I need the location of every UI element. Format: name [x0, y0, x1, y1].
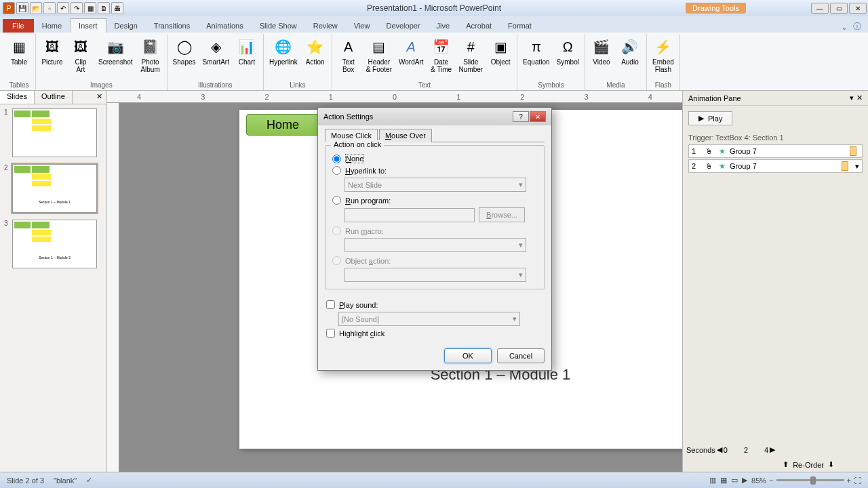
view-slideshow-icon[interactable]: ▶ — [742, 476, 747, 485]
number-icon: # — [460, 37, 481, 57]
outline-tab[interactable]: Outline — [35, 91, 73, 104]
table-button[interactable]: ▦Table — [7, 35, 31, 81]
minimize-button[interactable]: — — [811, 3, 829, 14]
action-settings-dialog: Action Settings ? ✕ Mouse Click Mouse Ov… — [317, 107, 552, 371]
wordart-button[interactable]: AWordArt — [397, 35, 425, 81]
cancel-button[interactable]: Cancel — [497, 348, 545, 363]
ok-button[interactable]: OK — [444, 348, 492, 363]
zoom-in-icon[interactable]: + — [847, 476, 851, 485]
redo-icon[interactable]: ↷ — [71, 2, 83, 14]
view-normal-icon[interactable]: ▥ — [709, 476, 716, 485]
dialog-close-button[interactable]: ✕ — [530, 111, 546, 122]
textbox-button[interactable]: AText Box — [336, 35, 361, 81]
slides-tab[interactable]: Slides — [0, 91, 35, 104]
zoom-slider[interactable] — [776, 479, 844, 481]
tab-transitions[interactable]: Transitions — [146, 19, 198, 33]
radio-runprogram[interactable] — [332, 196, 341, 205]
smartart-button[interactable]: ◈SmartArt — [201, 35, 231, 81]
play-button[interactable]: ▶ Play — [688, 111, 732, 125]
save-icon[interactable]: 💾 — [16, 2, 28, 14]
view-reading-icon[interactable]: ▭ — [731, 476, 738, 485]
print-icon[interactable]: 🖶 — [111, 2, 123, 14]
spellcheck-icon[interactable]: ✓ — [86, 476, 92, 485]
runprogram-input[interactable] — [344, 208, 475, 222]
reorder-down-icon[interactable]: ⬇ — [828, 460, 834, 469]
tab-animations[interactable]: Animations — [198, 19, 251, 33]
panel-close-icon[interactable]: ✕ — [92, 91, 106, 104]
object-button[interactable]: ▣Object — [488, 35, 513, 81]
animation-item-1[interactable]: 1 🖱 ★ Group 7 — [688, 144, 863, 158]
new-icon[interactable]: ▫ — [43, 2, 56, 14]
minimize-ribbon-icon[interactable]: ⌄ — [841, 22, 848, 32]
action-button[interactable]: ⭐Action — [303, 35, 328, 81]
help-icon[interactable]: ⓘ — [853, 21, 861, 33]
tab-design[interactable]: Design — [106, 19, 146, 33]
sound-select[interactable]: [No Sound] ▾ — [338, 312, 520, 326]
radio-none[interactable] — [332, 155, 341, 163]
maximize-button[interactable]: ▭ — [830, 3, 848, 14]
status-bar: Slide 2 of 3 "blank" ✓ ▥ ▦ ▭ ▶ 85% − + ⛶ — [0, 472, 868, 488]
qat-icon[interactable]: ▦ — [84, 2, 96, 14]
chart-button[interactable]: 📊Chart — [235, 35, 259, 81]
view-sorter-icon[interactable]: ▦ — [720, 476, 727, 485]
radio-hyperlink[interactable] — [332, 166, 341, 175]
symbol-button[interactable]: ΩSymbol — [555, 35, 580, 81]
video-button[interactable]: 🎬Video — [589, 35, 614, 81]
tab-review[interactable]: Review — [305, 19, 346, 33]
datetime-button[interactable]: 📅Date & Time — [429, 35, 454, 81]
checkbox-highlight[interactable] — [326, 329, 335, 338]
photoalbum-button[interactable]: 📓Photo Album — [138, 35, 163, 81]
slide-home-button[interactable]: Home — [246, 114, 319, 136]
arrow-right-icon[interactable]: ▶ — [770, 445, 775, 454]
embedflash-button[interactable]: ⚡Embed Flash — [651, 35, 675, 81]
close-button[interactable]: ✕ — [849, 3, 867, 14]
dialog-titlebar[interactable]: Action Settings ? ✕ — [318, 108, 551, 125]
header-footer-button[interactable]: ▤Header & Footer — [365, 35, 393, 81]
print-preview-icon[interactable]: 🗎 — [98, 2, 110, 14]
checkbox-playsound[interactable] — [326, 300, 335, 309]
pane-close-icon[interactable]: ✕ — [856, 94, 863, 102]
tab-view[interactable]: View — [346, 19, 378, 33]
reorder-up-icon[interactable]: ⬆ — [783, 460, 789, 469]
pane-dropdown-icon[interactable]: ▾ — [850, 94, 854, 102]
tab-slideshow[interactable]: Slide Show — [252, 19, 305, 33]
hyperlink-select[interactable]: Next Slide ▾ — [344, 178, 526, 192]
slidenumber-button[interactable]: #Slide Number — [458, 35, 485, 81]
animation-pane-header: Animation Pane ▾ ✕ — [683, 91, 868, 106]
shapes-button[interactable]: ◯Shapes — [172, 35, 197, 81]
tab-acrobat[interactable]: Acrobat — [458, 19, 500, 33]
file-tab[interactable]: File — [3, 19, 34, 33]
thumbnail-2[interactable]: 2 Section 1 – Module 1 — [4, 164, 102, 213]
dialog-help-button[interactable]: ? — [513, 111, 529, 122]
tab-jive[interactable]: Jive — [429, 19, 458, 33]
table-icon: ▦ — [9, 37, 29, 57]
zoom-out-icon[interactable]: − — [769, 476, 773, 485]
equation-button[interactable]: πEquation — [521, 35, 551, 81]
picture-button[interactable]: 🖼Picture — [40, 35, 64, 81]
audio-button[interactable]: 🔊Audio — [618, 35, 642, 81]
arrow-left-icon[interactable]: ◀ — [717, 445, 722, 454]
tab-insert[interactable]: Insert — [70, 18, 106, 33]
tab-format[interactable]: Format — [500, 19, 540, 33]
animation-item-2[interactable]: 2 🖱 ★ Group 7 ▾ — [688, 159, 863, 173]
item-number: 1 — [692, 147, 701, 155]
chevron-down-icon[interactable]: ▾ — [855, 162, 859, 171]
app-icon[interactable]: P — [3, 2, 15, 14]
tab-developer[interactable]: Developer — [378, 19, 428, 33]
tab-mouse-over[interactable]: Mouse Over — [379, 129, 432, 142]
video-icon: 🎬 — [591, 37, 612, 57]
thumb-number: 1 — [4, 108, 12, 157]
zoom-value[interactable]: 85% — [751, 476, 766, 485]
chevron-down-icon: ▾ — [513, 314, 517, 323]
tab-home[interactable]: Home — [34, 19, 70, 33]
browse-button[interactable]: Browse... — [479, 207, 525, 222]
thumbnail-3[interactable]: 3 Section 1 – Module 2 — [4, 220, 102, 268]
undo-icon[interactable]: ↶ — [57, 2, 69, 14]
theme-name: "blank" — [54, 476, 77, 485]
open-icon[interactable]: 📂 — [30, 2, 42, 14]
clipart-button[interactable]: 🖼Clip Art — [68, 35, 93, 81]
hyperlink-button[interactable]: 🌐Hyperlink — [268, 35, 299, 81]
thumbnail-1[interactable]: 1 — [4, 108, 102, 157]
fit-window-icon[interactable]: ⛶ — [854, 476, 861, 485]
screenshot-button[interactable]: 📷Screenshot — [97, 35, 134, 81]
